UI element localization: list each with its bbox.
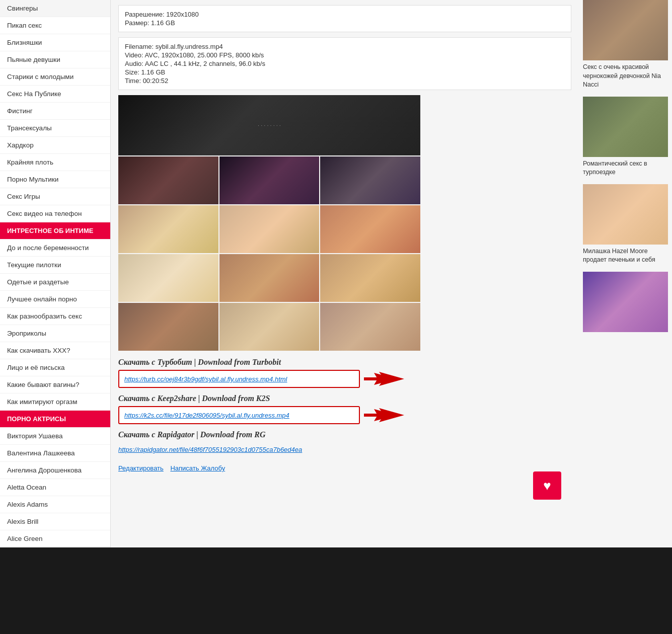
download-section-0: Скачать с Турбобит | Download from Turbo…	[118, 358, 571, 388]
right-caption-1: Романтический секс в турпоездке	[583, 160, 668, 177]
video-preview-strip: · · · · · · · ·	[118, 95, 420, 351]
preview-row-5	[118, 303, 420, 351]
sidebar-item-пьяные-девушки[interactable]: Пьяные девушки	[0, 51, 110, 68]
right-thumb-3[interactable]	[583, 272, 668, 332]
thumb-7	[118, 254, 218, 302]
sidebar-item-лучшее-онлайн-порно[interactable]: Лучшее онлайн порно	[0, 291, 110, 308]
time-info: Time: 00:20:52	[125, 77, 565, 85]
thumb-6	[320, 205, 420, 253]
download-link-box-0: https://turb.cc/oej84r3b9gdf/sybil.al.fl…	[118, 370, 360, 388]
sidebar-item-порно-актрисы: ПОРНО АКТРИСЫ	[0, 411, 110, 428]
download-link-plain-2: https://rapidgator.net/file/48f6f7055192…	[118, 442, 571, 456]
arrow-icon-0	[364, 372, 404, 386]
download-section-1: Скачать с Keep2share | Download from K2S…	[118, 394, 571, 424]
right-item-0: Секс с очень красивой чернокожей девчонк…	[583, 0, 668, 90]
download-row-1: https://k2s.cc/file/917de2f806095/sybil.…	[118, 406, 571, 424]
thumb-11	[219, 303, 320, 351]
sidebar-item-секс-игры[interactable]: Секс Игры	[0, 188, 110, 205]
sidebar-item-до-и-после-беременно[interactable]: До и после беременности	[0, 240, 110, 257]
sidebar-item-ангелина-дорошенкова[interactable]: Ангелина Дорошенкова	[0, 462, 110, 479]
download-link-0[interactable]: https://turb.cc/oej84r3b9gdf/sybil.al.fl…	[124, 375, 287, 383]
sidebar-item-какие-бывают-вагины?[interactable]: Какие бывают вагины?	[0, 376, 110, 393]
left-sidebar: СвингерыПикап сексБлизняшкиПьяные девушк…	[0, 0, 111, 547]
download-row-0: https://turb.cc/oej84r3b9gdf/sybil.al.fl…	[118, 370, 571, 388]
thumb-2	[219, 156, 320, 204]
preview-row-top: · · · · · · · ·	[118, 95, 420, 155]
video-info: Video: AVC, 1920x1080, 25.000 FPS, 8000 …	[125, 51, 565, 59]
sidebar-item-aletta-ocean[interactable]: Aletta Ocean	[0, 479, 110, 496]
right-caption-0: Секс с очень красивой чернокожей девчонк…	[583, 63, 668, 90]
sidebar-item-хардкор[interactable]: Хардкор	[0, 137, 110, 154]
main-content: Разрешение: 1920x1080 Размер: 1.16 GB Fi…	[111, 0, 579, 547]
sidebar-item-как-скачивать-xxx?[interactable]: Как скачивать XXX?	[0, 342, 110, 359]
thumb-5	[219, 205, 320, 253]
download-link-2[interactable]: https://rapidgator.net/file/48f6f7055192…	[118, 446, 302, 453]
downloads-section: Скачать с Турбобит | Download from Turbo…	[118, 358, 571, 456]
right-item-1: Романтический секс в турпоездке	[583, 97, 668, 177]
download-link-1[interactable]: https://k2s.cc/file/917de2f806095/sybil.…	[124, 412, 289, 419]
sidebar-item-alexis-brill[interactable]: Alexis Brill	[0, 513, 110, 530]
sidebar-item-старики-с-молодыми[interactable]: Старики с молодыми	[0, 68, 110, 86]
download-link-box-1: https://k2s.cc/file/917de2f806095/sybil.…	[118, 406, 360, 424]
thumb-8	[219, 254, 320, 302]
filename: Filename: sybil.al.fly.undress.mp4	[125, 43, 565, 50]
sidebar-item-валентина-лашкеева[interactable]: Валентина Лашкеева	[0, 445, 110, 462]
thumb-4	[118, 205, 218, 253]
sidebar-item-порно-мультики[interactable]: Порно Мультики	[0, 171, 110, 188]
thumb-3	[320, 156, 420, 204]
thumb-9	[320, 254, 420, 302]
sidebar-item-виктория-ушаева[interactable]: Виктория Ушаева	[0, 428, 110, 445]
report-link[interactable]: Написать Жалобу	[170, 464, 225, 472]
thumb-10	[118, 303, 218, 351]
sidebar-item-эроприколы[interactable]: Эроприколы	[0, 325, 110, 342]
audio-info: Audio: AAC LC , 44.1 kHz, 2 channels, 96…	[125, 60, 565, 67]
sidebar-item-как-имитируют-оргазм[interactable]: Как имитируют оргазм	[0, 393, 110, 411]
thumb-12	[320, 303, 420, 351]
right-thumb-1[interactable]	[583, 97, 668, 157]
file-details: Filename: sybil.al.fly.undress.mp4 Video…	[118, 37, 571, 90]
heart-icon: ♥	[543, 478, 551, 494]
sidebar-item-одетые-и-раздетые[interactable]: Одетые и раздетые	[0, 274, 110, 291]
download-title-1: Скачать с Keep2share | Download from K2S	[118, 394, 571, 403]
right-caption-2: Милашка Hazel Moore продает печеньки и с…	[583, 247, 668, 265]
right-thumb-2[interactable]	[583, 184, 668, 245]
bottom-area: Редактировать Написать Жалобу ♥	[118, 464, 571, 500]
sidebar-item-лицо-и-её-письска[interactable]: Лицо и её письска	[0, 359, 110, 376]
file-resolution: Разрешение: 1920x1080 Размер: 1.16 GB	[118, 5, 571, 32]
sidebar-item-как-разнообразить-се[interactable]: Как разнообразить секс	[0, 308, 110, 325]
sidebar-item-alice-green[interactable]: Alice Green	[0, 530, 110, 547]
download-section-2: Скачать с Rapidgator | Download from RGh…	[118, 430, 571, 456]
size-text: Размер: 1.16 GB	[125, 19, 565, 27]
sidebar-item-крайняя-плоть[interactable]: Крайняя плоть	[0, 154, 110, 171]
sidebar-item-пикап-секс[interactable]: Пикап секс	[0, 17, 110, 34]
sidebar-item-текущие-пилотки[interactable]: Текущие пилотки	[0, 257, 110, 274]
size-info: Size: 1.16 GB	[125, 68, 565, 76]
right-sidebar: Секс с очень красивой чернокожей девчонк…	[579, 0, 672, 547]
preview-row-2	[118, 156, 420, 204]
sidebar-item-трансексуалы[interactable]: Трансексуалы	[0, 120, 110, 137]
right-item-2: Милашка Hazel Moore продает печеньки и с…	[583, 184, 668, 265]
sidebar-item-секс-видео-на-телефо[interactable]: Секс видео на телефон	[0, 205, 110, 222]
sidebar-item-близняшки[interactable]: Близняшки	[0, 34, 110, 51]
sidebar-item-alexis-adams[interactable]: Alexis Adams	[0, 496, 110, 513]
preview-row-4	[118, 254, 420, 302]
download-title-0: Скачать с Турбобит | Download from Turbo…	[118, 358, 571, 367]
edit-link[interactable]: Редактировать	[118, 464, 164, 472]
sidebar-item-фистинг[interactable]: Фистинг	[0, 103, 110, 120]
thumb-1	[118, 156, 218, 204]
preview-row-3	[118, 205, 420, 253]
footer-links: Редактировать Написать Жалобу	[118, 464, 571, 472]
download-title-2: Скачать с Rapidgator | Download from RG	[118, 430, 571, 439]
right-item-3	[583, 272, 668, 332]
heart-button[interactable]: ♥	[533, 471, 561, 500]
resolution-text: Разрешение: 1920x1080	[125, 11, 565, 18]
right-thumb-0[interactable]	[583, 0, 668, 60]
sidebar-item-интрестное-об-интиме: ИНТРЕСТНОЕ ОБ ИНТИМЕ	[0, 222, 110, 240]
sidebar-item-секс-на-публике[interactable]: Секс На Публике	[0, 86, 110, 103]
sidebar-item-свингеры[interactable]: Свингеры	[0, 0, 110, 17]
arrow-icon-1	[364, 408, 404, 422]
